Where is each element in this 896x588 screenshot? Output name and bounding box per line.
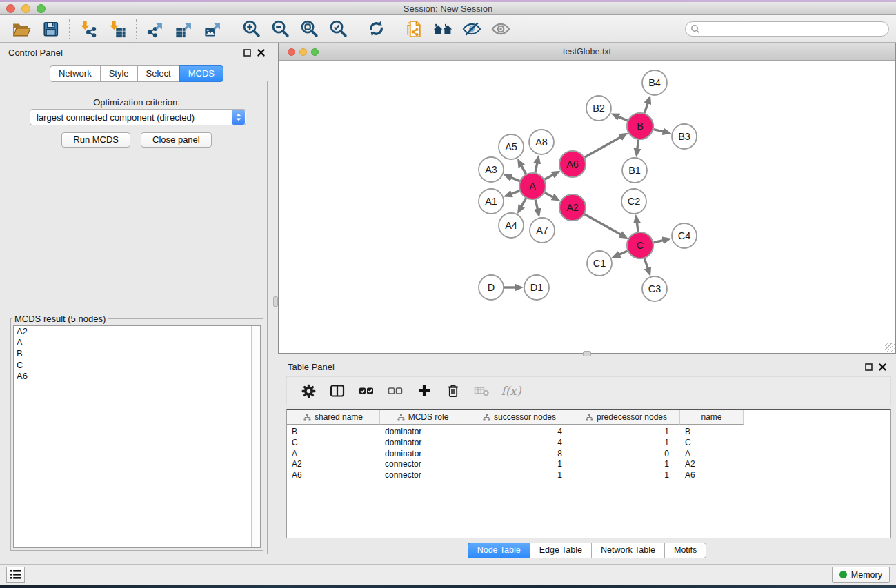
edge-C-C1[interactable] [618,251,627,255]
cell-name[interactable]: A6 [680,470,744,481]
graph-node-B1[interactable]: B1 [622,158,647,183]
new-network-from-file-button[interactable] [399,17,428,41]
column-header-shared-name[interactable]: shared name [287,410,380,425]
graph-node-A2[interactable]: A2 [559,194,586,221]
graph-node-A4[interactable]: A4 [499,213,524,238]
run-mcds-button[interactable]: Run MCDS [61,132,130,148]
cell-predecessor-nodes[interactable]: 1 [573,459,680,470]
graph-node-A5[interactable]: A5 [499,134,524,159]
cell-mcds-role[interactable]: dominator [380,449,466,460]
network-close-button[interactable] [288,48,295,56]
horizontal-splitter-handle[interactable] [583,351,591,356]
float-panel-button[interactable] [865,363,873,371]
result-item[interactable]: B [14,348,260,359]
close-panel-button[interactable] [879,363,886,371]
export-table-button[interactable] [170,17,199,41]
tab-style[interactable]: Style [100,65,138,82]
result-item[interactable]: A [14,337,260,348]
cell-shared-name[interactable]: A2 [287,459,380,470]
edge-C-C4[interactable] [654,240,664,242]
network-minimize-button[interactable] [299,48,307,56]
tab-network-table[interactable]: Network Table [591,543,665,558]
cell-mcds-role[interactable]: connector [380,470,466,481]
cell-successor-nodes[interactable]: 1 [466,470,573,481]
hide-graphics-details-button[interactable] [457,17,486,41]
close-panel-button[interactable] [257,49,265,57]
cell-predecessor-nodes[interactable]: 0 [573,449,680,460]
memory-button[interactable]: Memory [832,567,890,583]
edge-A-A1[interactable] [510,191,519,194]
home-button[interactable] [428,17,457,41]
graph-node-A7[interactable]: A7 [530,218,555,243]
table-row[interactable]: A2connector11A2 [287,459,890,470]
cell-successor-nodes[interactable]: 4 [466,427,573,438]
cell-shared-name[interactable]: C [287,438,380,449]
table-options-button[interactable] [297,380,320,402]
column-header-mcds-role[interactable]: MCDS role [380,410,466,425]
float-panel-button[interactable] [243,49,251,57]
table-row[interactable]: Bdominator41B [287,427,890,438]
cell-mcds-role[interactable]: dominator [380,427,466,438]
network-window-titlebar[interactable]: testGlobe.txt [279,43,895,61]
select-all-button[interactable] [355,380,378,402]
column-header-predecessor-nodes[interactable]: predecessor nodes [573,410,680,425]
cell-name[interactable]: B [680,427,744,438]
cell-shared-name[interactable]: B [287,427,380,438]
graph-node-C3[interactable]: C3 [642,276,667,301]
edge-C-C3[interactable] [644,258,648,270]
edge-A-A6[interactable] [545,174,554,179]
minimize-window-button[interactable] [21,4,30,13]
save-session-button[interactable] [36,17,65,41]
graph-node-B[interactable]: B [627,113,653,139]
edge-A-A8[interactable] [535,162,537,172]
cell-name[interactable]: A [680,449,744,460]
tab-motifs[interactable]: Motifs [664,543,706,558]
graph-node-C[interactable]: C [627,232,653,258]
table-row[interactable]: Adominator80A [287,449,890,460]
network-zoom-button[interactable] [311,48,319,56]
panel-splitter-handle[interactable] [273,296,278,307]
graph-node-A3[interactable]: A3 [479,157,504,182]
tab-network[interactable]: Network [50,65,101,82]
show-graphics-details-button[interactable] [486,17,515,41]
edge-A-A5[interactable] [521,165,526,174]
table-row[interactable]: Cdominator41C [287,438,890,449]
graph-node-B3[interactable]: B3 [672,124,697,149]
criterion-dropdown[interactable]: largest connected component (directed) [30,109,246,125]
graph-node-C1[interactable]: C1 [587,251,612,276]
edge-A2-C[interactable] [584,214,621,235]
window-resize-grip[interactable] [885,343,895,352]
graph-node-D[interactable]: D [479,275,504,300]
graph-node-A8[interactable]: A8 [529,130,554,154]
edge-B-B3[interactable] [653,130,664,132]
tab-node-table[interactable]: Node Table [468,543,530,558]
cell-predecessor-nodes[interactable]: 1 [573,427,680,438]
cell-successor-nodes[interactable]: 1 [466,459,573,470]
show-column-panel-button[interactable] [326,380,349,402]
zoom-in-button[interactable] [237,17,266,41]
graph-node-C4[interactable]: C4 [672,223,697,248]
tab-select[interactable]: Select [137,65,180,82]
cell-shared-name[interactable]: A6 [287,470,380,481]
delete-column-button[interactable] [441,380,465,402]
graph-node-D1[interactable]: D1 [524,275,549,300]
zoom-window-button[interactable] [37,4,46,13]
edge-B-B2[interactable] [618,116,628,121]
close-window-button[interactable] [6,4,15,13]
edge-B-B4[interactable] [644,102,648,113]
result-item[interactable]: A2 [14,326,260,337]
graph-node-B2[interactable]: B2 [586,96,611,121]
cell-successor-nodes[interactable]: 8 [466,449,573,460]
cell-predecessor-nodes[interactable]: 1 [573,470,680,481]
edge-A6-B[interactable] [584,136,621,157]
graph-node-B4[interactable]: B4 [642,70,667,95]
edge-A-A7[interactable] [535,200,537,210]
column-header-successor-nodes[interactable]: successor nodes [466,410,573,425]
task-history-button[interactable] [6,567,25,583]
open-session-button[interactable] [7,17,36,41]
table-row[interactable]: A6connector11A6 [287,470,890,481]
zoom-selected-button[interactable] [323,17,352,41]
zoom-out-button[interactable] [266,17,295,41]
edge-A-A4[interactable] [521,199,526,207]
column-header-name[interactable]: name [680,410,744,425]
